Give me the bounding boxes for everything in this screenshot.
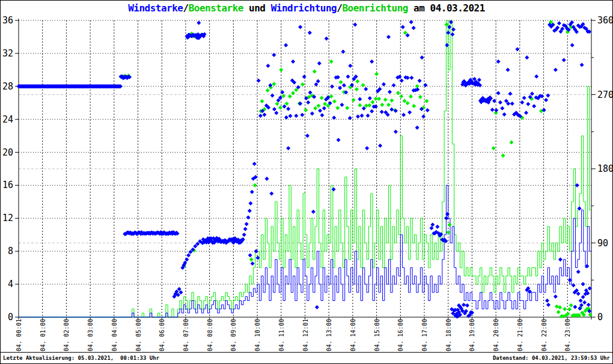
svg-text:04. 02:00: 04. 02:00 xyxy=(63,319,70,351)
svg-text:04. 18:00: 04. 18:00 xyxy=(445,319,452,351)
svg-text:0: 0 xyxy=(597,312,603,323)
series-boenrichtung-scatter xyxy=(119,20,592,318)
svg-text:24: 24 xyxy=(2,114,13,125)
svg-text:4: 4 xyxy=(8,279,13,290)
svg-text:04. 17:00: 04. 17:00 xyxy=(421,319,428,351)
svg-text:360: 360 xyxy=(597,15,613,26)
svg-text:16: 16 xyxy=(2,180,13,190)
svg-text:04. 06:00: 04. 06:00 xyxy=(159,319,165,351)
svg-text:8: 8 xyxy=(8,246,13,256)
svg-text:04. 08:00: 04. 08:00 xyxy=(207,319,213,351)
svg-text:04. 22:00: 04. 22:00 xyxy=(541,319,547,351)
svg-text:04. 09:00: 04. 09:00 xyxy=(230,319,237,351)
svg-text:04. 19:00: 04. 19:00 xyxy=(469,319,475,351)
svg-text:90: 90 xyxy=(597,238,608,249)
svg-text:32: 32 xyxy=(2,48,13,59)
weather-chart-page: { "title": { "parts": [ {"text": "Windst… xyxy=(0,0,613,364)
svg-text:04. 11:00: 04. 11:00 xyxy=(278,319,285,351)
svg-text:04. 10:00: 04. 10:00 xyxy=(254,319,261,351)
svg-text:36: 36 xyxy=(2,15,13,26)
svg-text:04. 16:00: 04. 16:00 xyxy=(397,319,404,351)
svg-text:28: 28 xyxy=(2,81,13,92)
svg-text:20: 20 xyxy=(2,147,13,158)
svg-text:04. 05:00: 04. 05:00 xyxy=(135,319,142,351)
svg-text:04. 23:00: 04. 23:00 xyxy=(564,319,571,351)
svg-text:04. 15:00: 04. 15:00 xyxy=(374,319,380,351)
series-windrichtung-scatter xyxy=(17,20,592,318)
svg-text:04. 01:00: 04. 01:00 xyxy=(40,319,46,351)
svg-text:04. 03:00: 04. 03:00 xyxy=(87,319,94,351)
svg-text:04. 07:00: 04. 07:00 xyxy=(183,319,189,351)
svg-text:180: 180 xyxy=(597,163,613,174)
svg-text:04. 21:00: 04. 21:00 xyxy=(517,319,523,351)
data-state-text: Datenstand: 04.03.2021, 23:59:53 Uhr xyxy=(493,355,610,361)
status-bar: Letzte Aktualisierung: 05.03.2021, 00:01… xyxy=(1,352,612,363)
wind-chart-plot: 0481216202428323609018027036004. 00:0104… xyxy=(1,1,613,353)
svg-text:0: 0 xyxy=(8,312,13,323)
last-update-text: Letzte Aktualisierung: 05.03.2021, 00:01… xyxy=(3,355,159,361)
svg-text:04. 04:00: 04. 04:00 xyxy=(111,319,118,351)
svg-text:12: 12 xyxy=(2,213,13,223)
svg-text:04. 20:00: 04. 20:00 xyxy=(493,319,499,351)
svg-text:04. 13:00: 04. 13:00 xyxy=(326,319,332,351)
svg-text:04. 14:00: 04. 14:00 xyxy=(350,319,356,351)
svg-text:04. 00:01: 04. 00:01 xyxy=(16,319,22,351)
svg-text:270: 270 xyxy=(597,89,613,100)
svg-text:04. 12:01: 04. 12:01 xyxy=(302,319,309,351)
